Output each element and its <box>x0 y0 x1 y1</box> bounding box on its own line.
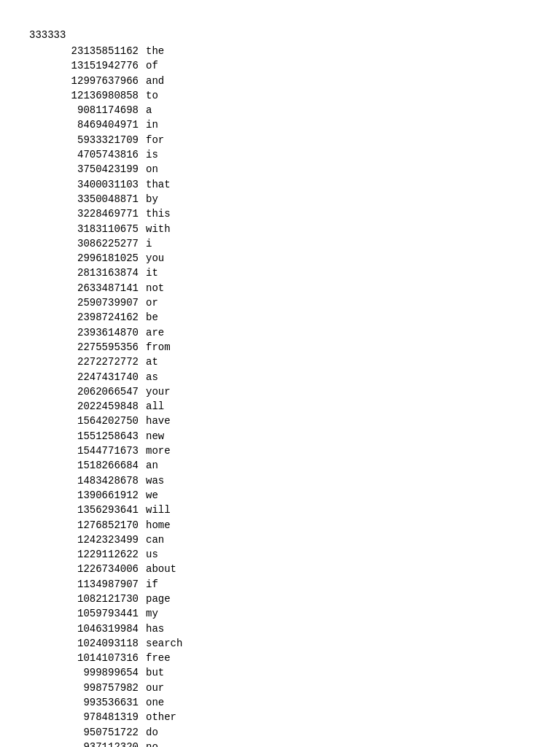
row-number: 1551258643 <box>29 429 146 444</box>
table-row: 13151942776of <box>29 58 531 73</box>
row-word: page <box>146 592 171 606</box>
table-row: 1390661912we <box>29 488 531 503</box>
row-number: 1242323499 <box>29 533 146 547</box>
row-word: you <box>146 251 164 266</box>
row-word: search <box>146 636 182 651</box>
row-word: my <box>146 606 158 621</box>
table-row: 3086225277i <box>29 236 531 251</box>
table-row: 993536631one <box>29 695 531 710</box>
row-number: 9081174698 <box>29 103 146 117</box>
table-row: 3750423199on <box>29 162 531 177</box>
row-number: 12136980858 <box>29 88 146 103</box>
table-row: 12997637966and <box>29 74 531 88</box>
row-word: one <box>146 695 164 710</box>
row-word: not <box>146 281 164 295</box>
row-number: 1229112622 <box>29 547 146 562</box>
row-word: was <box>146 473 164 488</box>
table-row: 1356293641will <box>29 503 531 517</box>
row-number: 5933321709 <box>29 133 146 147</box>
table-row: 5933321709for <box>29 133 531 147</box>
row-word: on <box>146 162 158 177</box>
data-table: 23135851162the13151942776of12997637966an… <box>29 44 531 747</box>
row-number: 3183110675 <box>29 222 146 236</box>
row-word: with <box>146 222 171 236</box>
row-number: 12997637966 <box>29 74 146 88</box>
row-number: 2275595356 <box>29 340 146 355</box>
row-number: 2813163874 <box>29 266 146 280</box>
table-row: 9081174698a <box>29 103 531 117</box>
table-row: 1551258643new <box>29 429 531 444</box>
row-word: all <box>146 399 164 414</box>
row-word: i <box>146 236 152 251</box>
table-row: 12136980858to <box>29 88 531 103</box>
table-row: 2398724162be <box>29 310 531 325</box>
table-row: 998757982our <box>29 681 531 695</box>
table-row: 3350048871by <box>29 192 531 206</box>
table-row: 2062066547your <box>29 384 531 399</box>
table-row: 2272272772at <box>29 355 531 369</box>
table-row: 2247431740as <box>29 370 531 384</box>
table-row: 999899654but <box>29 665 531 680</box>
row-word: the <box>146 44 164 58</box>
row-word: no <box>146 740 158 747</box>
row-word: be <box>146 310 158 325</box>
row-word: it <box>146 266 158 280</box>
row-number: 2633487141 <box>29 281 146 295</box>
row-word: our <box>146 681 164 695</box>
table-row: 1059793441my <box>29 606 531 621</box>
row-word: of <box>146 58 158 73</box>
row-number: 2996181025 <box>29 251 146 266</box>
row-number: 950751722 <box>29 725 146 740</box>
row-word: this <box>146 206 171 221</box>
table-row: 1226734006about <box>29 562 531 576</box>
table-row: 2022459848all <box>29 399 531 414</box>
row-number: 1024093118 <box>29 636 146 651</box>
row-number: 13151942776 <box>29 58 146 73</box>
row-number: 3350048871 <box>29 192 146 206</box>
row-number: 993536631 <box>29 695 146 710</box>
row-number: 999899654 <box>29 665 146 680</box>
row-number: 2247431740 <box>29 370 146 384</box>
table-row: 4705743816is <box>29 147 531 162</box>
row-number: 1390661912 <box>29 488 146 503</box>
row-word: new <box>146 429 164 444</box>
row-number: 1014107316 <box>29 651 146 665</box>
row-number: 1059793441 <box>29 606 146 621</box>
row-number: 1544771673 <box>29 444 146 458</box>
table-row: 1082121730page <box>29 592 531 606</box>
row-number: 8469404971 <box>29 117 146 132</box>
row-number: 3750423199 <box>29 162 146 177</box>
row-word: home <box>146 518 171 533</box>
table-row: 1134987907if <box>29 577 531 592</box>
table-row: 1046319984has <box>29 622 531 636</box>
row-word: do <box>146 725 158 740</box>
row-word: by <box>146 192 158 206</box>
row-word: can <box>146 533 164 547</box>
row-word: to <box>146 88 158 103</box>
row-word: for <box>146 133 164 147</box>
row-word: an <box>146 458 158 473</box>
row-number: 1356293641 <box>29 503 146 517</box>
table-row: 3183110675with <box>29 222 531 236</box>
row-number: 2062066547 <box>29 384 146 399</box>
row-number: 23135851162 <box>29 44 146 58</box>
table-row: 978481319other <box>29 710 531 724</box>
table-row: 1518266684an <box>29 458 531 473</box>
row-number: 3086225277 <box>29 236 146 251</box>
row-number: 3228469771 <box>29 206 146 221</box>
row-number: 1226734006 <box>29 562 146 576</box>
row-number: 978481319 <box>29 710 146 724</box>
table-row: 2813163874it <box>29 266 531 280</box>
row-word: or <box>146 295 158 310</box>
table-row: 937112320no <box>29 740 531 747</box>
row-word: will <box>146 503 171 517</box>
row-word: that <box>146 177 171 192</box>
row-number: 1518266684 <box>29 458 146 473</box>
row-word: us <box>146 547 158 562</box>
row-number: 2398724162 <box>29 310 146 325</box>
row-word: if <box>146 577 158 592</box>
row-number: 1134987907 <box>29 577 146 592</box>
table-row: 1483428678was <box>29 473 531 488</box>
table-row: 3400031103that <box>29 177 531 192</box>
row-number: 1564202750 <box>29 414 146 428</box>
